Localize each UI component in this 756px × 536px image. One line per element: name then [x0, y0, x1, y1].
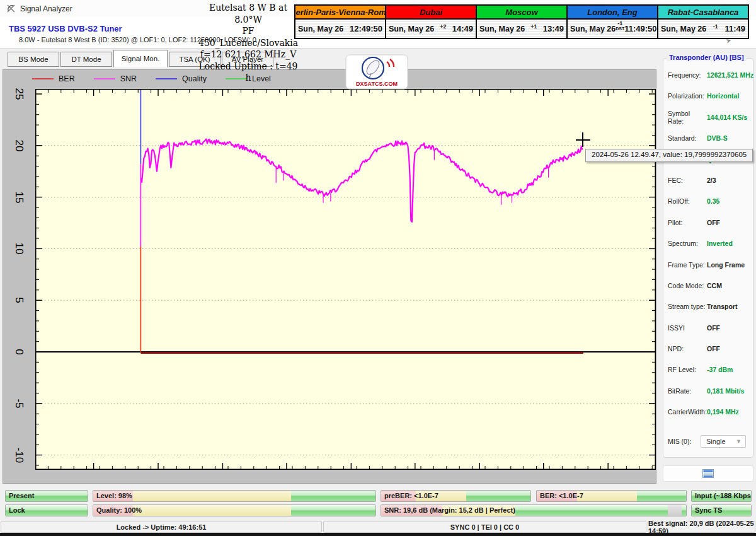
- field-label: ISSYI: [668, 324, 707, 332]
- field-value: CCM: [707, 282, 722, 289]
- clock-dubai: Dubai Sun, May 26 +2 14:49: [386, 6, 477, 38]
- table-row: RollOff:0.35: [668, 197, 750, 206]
- sync-ts-bar: Sync TS: [691, 504, 752, 516]
- field-label: Polarization:: [668, 92, 707, 100]
- field-label: BitRate:: [668, 387, 707, 395]
- clock-city: Berlin-Paris-Vienna-Roma: [295, 6, 385, 20]
- clock-time: 12:49:50: [350, 24, 382, 33]
- field-value: OFF: [707, 345, 720, 352]
- field-value: Long Frame: [707, 261, 745, 269]
- clock-moscow: Moscow Sun, May 26 +1 13:49: [477, 6, 568, 38]
- status-best-signal: Best signal: 20,9 dB (2024-05-25 14:59): [648, 521, 755, 533]
- snr-label: SNR: 19,6 dB (Margin: 15,2 dB | Perfect): [384, 506, 515, 514]
- table-row: Symbol Rate:144,014 KS/s: [668, 113, 750, 122]
- present-bar: Present: [5, 490, 88, 502]
- table-row: Frequency:12621,521 MHz: [668, 71, 750, 79]
- lock-bar: Lock: [5, 504, 88, 516]
- tab-signal-mon[interactable]: Signal Mon.: [113, 50, 168, 67]
- table-row: Pilot:OFF: [668, 218, 750, 227]
- tuner-name: TBS 5927 USB DVB-S2 Tuner: [9, 24, 122, 33]
- clock-rabat: Rabat-Casablanca Sun, May 26 -1 11:49: [658, 6, 748, 38]
- field-label: Frame Type:: [668, 261, 707, 269]
- legend-ber-line: [32, 78, 54, 79]
- tab-bar: BS Mode DT Mode Signal Mon. TSA (OK) AV …: [0, 49, 656, 69]
- table-row: Polarization:Horizontal: [668, 91, 750, 100]
- open-transponder-list-button[interactable]: [663, 465, 753, 482]
- y-tick-label: 20: [13, 136, 25, 155]
- legend-ber-label: BER: [59, 74, 75, 83]
- transponder-title: Transponder (AU) [BS]: [667, 54, 747, 61]
- transponder-rows: Frequency:12621,521 MHz Polarization:Hor…: [668, 71, 750, 429]
- quality-label: Quality: 100%: [96, 506, 142, 514]
- y-tick-label: -5: [13, 394, 25, 413]
- value-tooltip: 2024-05-26 12.49.47, value: 19,799999237…: [585, 149, 753, 162]
- mis-select[interactable]: Single ▼: [701, 435, 746, 448]
- feed-info: Eutelsat 8 W B at 8.0°W PF 450_Lučenec/S…: [198, 2, 298, 84]
- clock-date: Sun, May 26: [479, 25, 525, 33]
- legend-quality-line: [156, 78, 177, 79]
- field-label: RollOff:: [668, 197, 707, 205]
- y-tick-label: -10: [13, 446, 25, 465]
- sync-ts-label: Sync TS: [695, 506, 722, 514]
- field-label: Frequency:: [668, 71, 707, 79]
- tab-bs-mode[interactable]: BS Mode: [8, 52, 59, 67]
- clock-berlin: Berlin-Paris-Vienna-Roma Sun, May 26 12:…: [295, 6, 386, 38]
- field-value: 144,014 KS/s: [707, 114, 747, 121]
- y-tick-label: 5: [13, 291, 25, 310]
- clock-city: London, Eng: [568, 6, 657, 20]
- table-row: Stream type:Transport: [668, 302, 750, 311]
- y-tick-label: 25: [13, 84, 25, 103]
- field-value: Inverted: [707, 240, 733, 247]
- clock-date: Sun, May 26: [570, 25, 616, 33]
- table-row: CarrierWidth:0,194 MHz: [668, 407, 750, 416]
- table-row: BitRate:0,181 Mbit/s: [668, 387, 750, 395]
- field-label: Symbol Rate:: [668, 110, 707, 125]
- table-row: ISSYIOFF: [668, 323, 750, 332]
- ber-label: BER: <1.0E-7: [540, 492, 583, 499]
- input-label: Input (~188 Kbps): [695, 492, 752, 499]
- world-clocks: Berlin-Paris-Vienna-Roma Sun, May 26 12:…: [294, 4, 749, 39]
- logo-text: DXSATCS.COM: [356, 81, 398, 87]
- snr-bar: SNR: 19,6 dB (Margin: 15,2 dB | Perfect): [381, 504, 687, 516]
- clock-time: 14:49: [452, 24, 473, 33]
- level-bar: Level: 98%: [93, 490, 376, 502]
- field-label: Stream type:: [668, 303, 707, 310]
- legend-snr-line: [94, 78, 115, 79]
- field-value: Horizontal: [707, 92, 739, 100]
- clock-city: Rabat-Casablanca: [658, 6, 748, 20]
- dxsatcs-logo: DXSATCS.COM: [345, 54, 408, 92]
- y-tick-label: 15: [13, 188, 25, 207]
- clock-city: Dubai: [386, 6, 476, 20]
- chevron-down-icon: ▼: [736, 438, 742, 445]
- field-value: OFF: [707, 219, 720, 226]
- present-label: Present: [9, 492, 34, 499]
- table-row: Standard:DVB-S: [668, 134, 750, 143]
- window-bottom-edge: [0, 533, 756, 536]
- field-value: 12621,521 MHz: [707, 71, 753, 79]
- clock-london: London, Eng Sun, May 26 -1DST 11:49:50: [568, 6, 658, 38]
- list-icon: [702, 469, 714, 478]
- field-label: Code Mode:: [668, 282, 707, 289]
- table-row: Frame Type:Long Frame: [668, 260, 750, 269]
- feed-info-line4: Locked Uptime : t=49 h: [198, 61, 298, 84]
- status-uptime: Locked -> Uptime: 49:16:51: [1, 521, 322, 533]
- preber-bar: preBER: <1.0E-7: [381, 490, 531, 502]
- field-value: 0.35: [707, 197, 719, 205]
- crosshair-cursor: [582, 132, 583, 147]
- feed-info-line3: f=12 621,662 MHz_V: [198, 49, 298, 61]
- snr-trace-svg: [35, 89, 656, 470]
- clock-time: 11:49: [724, 24, 745, 33]
- table-row: Code Mode:CCM: [668, 281, 750, 290]
- legend-snr-label: SNR: [120, 74, 137, 83]
- snr-plot[interactable]: [35, 89, 656, 470]
- status-bar: Locked -> Uptime: 49:16:51 SYNC 0 | TEI …: [0, 521, 756, 533]
- clock-city: Moscow: [477, 6, 566, 20]
- feed-info-line2: PF 450_Lučenec/Slovakia: [198, 25, 298, 49]
- field-label: Pilot:: [668, 219, 707, 226]
- table-row: Spectrum:Inverted: [668, 239, 750, 248]
- lock-label: Lock: [9, 506, 25, 514]
- tab-dt-mode[interactable]: DT Mode: [60, 52, 112, 67]
- status-sync-counters: SYNC 0 | TEI 0 | CC 0: [323, 521, 646, 533]
- field-value: 2/3: [707, 177, 716, 184]
- mis-row: MIS (0): Single ▼: [668, 435, 750, 448]
